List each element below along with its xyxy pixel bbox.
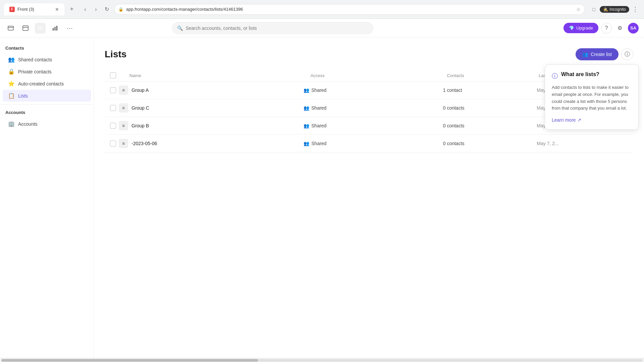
learn-more-link[interactable]: Learn more ↗ <box>552 117 632 123</box>
select-all-checkbox[interactable] <box>110 72 116 78</box>
row-checkbox[interactable] <box>110 123 116 129</box>
row-contacts-cell: 0 contacts <box>443 105 534 111</box>
row-contacts-cell: 0 contacts <box>443 141 534 146</box>
row-access-cell: 👥 Shared <box>304 141 440 146</box>
settings-button[interactable]: ⚙ <box>614 23 625 34</box>
row-name: Group B <box>131 123 149 128</box>
row-access-cell: 👥 Shared <box>304 105 440 111</box>
row-name: Group C <box>131 105 149 111</box>
info-panel-header: ⓘ What are lists? <box>552 71 632 80</box>
avatar[interactable]: SA <box>628 23 639 34</box>
sidebar-item-accounts[interactable]: 🏢 Accounts <box>3 118 91 130</box>
browser-action-buttons: □ 🕵 Incognito ⋮ <box>589 5 640 14</box>
back-button[interactable]: ‹ <box>80 5 90 14</box>
address-bar[interactable]: 🔒 app.frontapp.com/contacts-manager/cont… <box>114 4 585 15</box>
inbox-icon[interactable] <box>5 23 16 34</box>
lock-icon: 🔒 <box>118 7 123 12</box>
incognito-label: Incognito <box>609 7 626 12</box>
shared-access-icon: 👥 <box>304 105 309 111</box>
cast-button[interactable]: □ <box>589 5 598 14</box>
table-row[interactable]: ≡ -2023-05-06 👥 Shared 0 contacts May 7,… <box>105 135 633 153</box>
column-header-access: Access <box>311 73 444 78</box>
header-actions: 👥 Create list ⓘ <box>576 48 633 60</box>
reload-button[interactable]: ↻ <box>102 5 111 14</box>
page-title: Lists <box>105 49 126 60</box>
info-button[interactable]: ⓘ <box>621 48 633 60</box>
lists-icon: 📋 <box>8 93 15 99</box>
analytics-icon[interactable] <box>50 23 60 34</box>
column-header-contacts: Contacts <box>447 73 536 78</box>
scroll-track <box>1 359 643 362</box>
sidebar-item-auto-contacts[interactable]: ⭐ Auto-created contacts <box>3 78 91 89</box>
row-checkbox[interactable] <box>110 140 116 146</box>
toolbar-right: 💎 Upgrade ? ⚙ SA <box>564 23 639 34</box>
tab-close-button[interactable]: ✕ <box>55 7 59 12</box>
sidebar: Contacts 👥 Shared contacts 🔒 Private con… <box>0 38 94 358</box>
info-panel-title: What are lists? <box>561 71 599 77</box>
row-access: Shared <box>311 123 326 128</box>
browser-tab[interactable]: F Front (3) ✕ <box>4 3 64 15</box>
shared-access-icon: 👥 <box>304 123 309 128</box>
info-panel-body: Add contacts to lists to make it easier … <box>552 84 632 112</box>
scroll-thumb[interactable] <box>1 359 258 362</box>
row-name: -2023-05-06 <box>131 141 157 146</box>
tab-title: Front (3) <box>17 7 52 12</box>
sidebar-item-private-contacts[interactable]: 🔒 Private contacts <box>3 66 91 77</box>
row-contacts-cell: 0 contacts <box>443 123 534 128</box>
row-contacts-cell: 1 contact <box>443 87 534 93</box>
search-bar[interactable]: 🔍 <box>172 22 373 34</box>
info-panel-icon: ⓘ <box>552 72 558 80</box>
incognito-badge: 🕵 Incognito <box>600 6 629 13</box>
list-row-icon: ≡ <box>119 121 128 130</box>
sidebar-item-label-private-contacts: Private contacts <box>18 69 52 74</box>
sidebar-item-label-shared-contacts: Shared contacts <box>18 57 52 62</box>
row-checkbox[interactable] <box>110 87 116 93</box>
svg-rect-5 <box>56 26 57 31</box>
row-access-cell: 👥 Shared <box>304 87 440 93</box>
app-toolbar: ⋯ 🔍 💎 Upgrade ? ⚙ SA <box>0 19 644 38</box>
address-text: app.frontapp.com/contacts-manager/contac… <box>126 7 574 12</box>
browser-chrome: F Front (3) ✕ + ‹ › ↻ 🔒 app.frontapp.com… <box>0 0 644 19</box>
row-name-cell: ≡ Group B <box>119 121 301 130</box>
sidebar-divider <box>0 104 94 105</box>
shared-contacts-icon: 👥 <box>8 56 15 63</box>
search-icon: 🔍 <box>177 25 183 31</box>
bookmark-icon[interactable]: ☆ <box>576 7 581 12</box>
help-button[interactable]: ? <box>601 23 612 34</box>
new-tab-button[interactable]: + <box>67 5 76 14</box>
row-checkbox[interactable] <box>110 105 116 111</box>
accounts-icon: 🏢 <box>8 121 15 127</box>
list-row-icon: ≡ <box>119 103 128 113</box>
sidebar-item-label-lists: Lists <box>18 93 28 99</box>
forward-button[interactable]: › <box>91 5 101 14</box>
upgrade-button[interactable]: 💎 Upgrade <box>564 23 598 33</box>
auto-contacts-icon: ⭐ <box>8 80 15 87</box>
horizontal-scrollbar[interactable] <box>0 358 644 362</box>
sidebar-item-shared-contacts[interactable]: 👥 Shared contacts <box>3 54 91 65</box>
contacts-section-title: Contacts <box>0 43 94 53</box>
search-input[interactable] <box>185 25 368 31</box>
browser-menu-button[interactable]: ⋮ <box>631 5 640 14</box>
row-name-cell: ≡ -2023-05-06 <box>119 139 301 148</box>
row-access: Shared <box>311 105 326 111</box>
learn-more-label: Learn more <box>552 117 576 123</box>
sidebar-item-label-auto-contacts: Auto-created contacts <box>18 81 64 86</box>
create-list-button[interactable]: 👥 Create list <box>576 48 619 60</box>
sidebar-item-lists[interactable]: 📋 Lists <box>3 90 91 102</box>
row-lastused-cell: May 7, 2... <box>537 141 628 146</box>
calendar-icon[interactable] <box>20 23 31 34</box>
shared-access-icon: 👥 <box>304 141 309 146</box>
column-header-name: Name <box>119 73 308 78</box>
row-name-cell: ≡ Group A <box>119 85 301 95</box>
row-name: Group A <box>131 87 149 93</box>
contacts-icon[interactable] <box>35 23 46 34</box>
page-header: Lists 👥 Create list ⓘ <box>105 48 633 60</box>
incognito-icon: 🕵 <box>603 7 608 12</box>
create-list-label: Create list <box>591 52 612 57</box>
more-apps-icon[interactable]: ⋯ <box>64 23 75 34</box>
diamond-icon: 💎 <box>569 25 574 31</box>
accounts-section-title: Accounts <box>0 107 94 118</box>
svg-rect-1 <box>23 26 28 31</box>
private-contacts-icon: 🔒 <box>8 68 15 75</box>
info-panel: ⓘ What are lists? Add contacts to lists … <box>545 64 639 130</box>
